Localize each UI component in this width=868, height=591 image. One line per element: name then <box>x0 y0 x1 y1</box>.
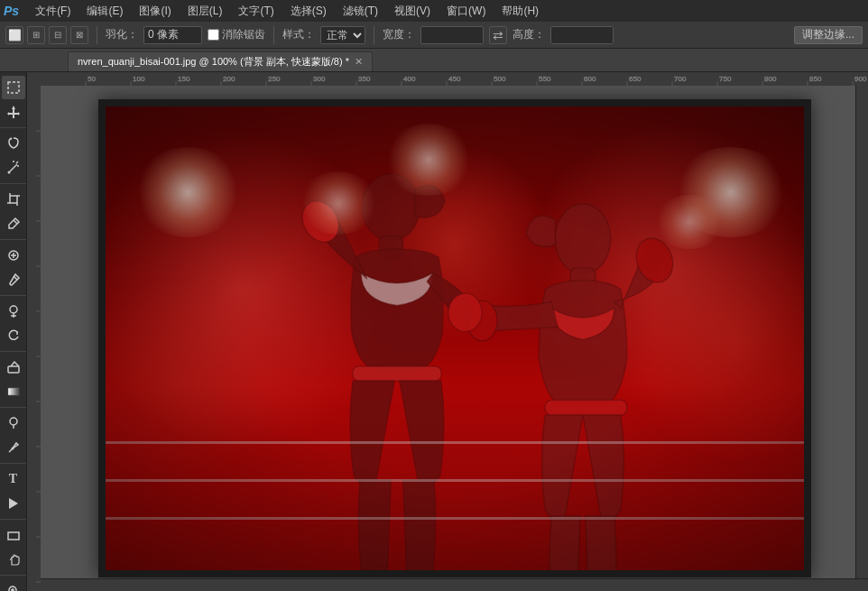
ring-rope-middle <box>98 479 811 482</box>
tone-tools-group <box>0 411 26 464</box>
spot-heal-tool[interactable] <box>2 244 25 267</box>
tab-close-icon[interactable]: ✕ <box>355 56 363 68</box>
spotlight-5 <box>298 171 379 235</box>
dodge-tool[interactable] <box>2 411 25 435</box>
shape-tool[interactable] <box>2 523 25 547</box>
separator-1 <box>97 26 97 44</box>
svg-text:650: 650 <box>629 75 642 83</box>
brush-tool[interactable] <box>2 268 25 291</box>
main-document-tab[interactable]: nvren_quanji_bisai-001.jpg @ 100% (背景 副本… <box>68 51 373 71</box>
clone-tool[interactable] <box>2 300 25 323</box>
svg-point-88 <box>466 300 496 341</box>
magic-wand-tool[interactable] <box>2 156 25 180</box>
boxer-left-silhouette <box>226 195 811 577</box>
boxing-scene <box>98 99 811 577</box>
menu-help[interactable]: 帮助(H) <box>494 2 546 21</box>
svg-point-96 <box>448 293 482 331</box>
svg-text:400: 400 <box>403 75 416 83</box>
menu-view[interactable]: 视图(V) <box>387 2 438 21</box>
swap-dimensions-icon[interactable]: ⇄ <box>489 26 507 44</box>
height-input[interactable] <box>550 26 614 44</box>
history-brush-tool[interactable] <box>2 324 25 347</box>
svg-line-16 <box>14 276 17 280</box>
toolbar: T <box>0 72 27 591</box>
crop-tools-group <box>0 188 26 240</box>
svg-rect-90 <box>545 400 627 415</box>
zoom-tools-group <box>0 579 26 591</box>
svg-text:250: 250 <box>268 75 281 83</box>
svg-text:200: 200 <box>223 75 235 83</box>
svg-point-17 <box>10 306 17 313</box>
canvas-area[interactable]: 50 100 150 200 250 300 350 400 450 500 5… <box>27 72 868 591</box>
tabs-bar: nvren_quanji_bisai-001.jpg @ 100% (背景 副本… <box>0 49 868 72</box>
antialias-group: 消除锯齿 <box>208 27 265 42</box>
red-color-overlay <box>98 99 811 577</box>
options-bar: ⬜ ⊞ ⊟ ⊠ 羽化： 消除锯齿 样式： 正常 宽度： ⇄ 高度： 调整边缘..… <box>0 22 868 49</box>
canvas-frame <box>98 99 811 577</box>
zoom-tool[interactable] <box>2 579 25 591</box>
svg-text:700: 700 <box>674 75 687 83</box>
menu-layer[interactable]: 图层(L) <box>180 2 230 21</box>
svg-rect-26 <box>8 532 19 540</box>
menu-select[interactable]: 选择(S) <box>283 2 334 21</box>
canvas-image <box>98 99 811 577</box>
menu-filter[interactable]: 滤镜(T) <box>336 2 385 21</box>
menu-window[interactable]: 窗口(W) <box>439 2 493 21</box>
svg-point-86 <box>555 204 610 274</box>
new-selection-icon[interactable]: ⬜ <box>5 26 23 44</box>
hand-tool[interactable] <box>2 548 25 571</box>
menu-image[interactable]: 图像(I) <box>132 2 178 21</box>
svg-line-12 <box>14 220 17 224</box>
canvas-content[interactable] <box>41 86 868 591</box>
eyedropper-tool[interactable] <box>2 212 25 235</box>
text-tool-icon: T <box>9 472 17 486</box>
eraser-tool[interactable] <box>2 356 25 379</box>
svg-text:350: 350 <box>358 75 371 83</box>
subtract-selection-icon[interactable]: ⊟ <box>49 26 67 44</box>
antialias-checkbox[interactable] <box>208 29 219 41</box>
svg-text:850: 850 <box>809 75 822 83</box>
svg-text:800: 800 <box>764 75 777 83</box>
feather-input[interactable] <box>143 26 202 44</box>
move-tool[interactable] <box>2 100 25 124</box>
ring-rope-bottom <box>98 517 811 520</box>
intersect-selection-icon[interactable]: ⊠ <box>70 26 88 44</box>
width-input[interactable] <box>420 26 484 44</box>
selection-tools-group <box>0 76 26 128</box>
path-select-tool[interactable] <box>2 492 25 515</box>
crop-tool[interactable] <box>2 188 25 211</box>
vertical-scrollbar[interactable] <box>855 86 868 578</box>
svg-line-6 <box>16 162 18 163</box>
svg-point-93 <box>363 173 420 240</box>
horizontal-scrollbar[interactable] <box>41 578 868 591</box>
lasso-tools-group <box>0 132 26 184</box>
text-tools-group: T <box>0 467 26 520</box>
adjust-edges-button[interactable]: 调整边缘... <box>794 26 863 44</box>
svg-point-22 <box>10 418 17 425</box>
lasso-tool[interactable] <box>2 132 25 155</box>
gradient-tool[interactable] <box>2 380 25 403</box>
style-label: 样式： <box>282 27 315 42</box>
marquee-tool[interactable] <box>2 76 25 99</box>
pen-tool[interactable] <box>2 436 25 459</box>
style-select[interactable]: 正常 <box>320 26 365 44</box>
separator-3 <box>374 26 374 44</box>
width-label: 宽度： <box>383 27 415 42</box>
menu-file[interactable]: 文件(F) <box>28 2 78 21</box>
spotlight-2 <box>383 124 474 196</box>
svg-text:50: 50 <box>88 75 96 83</box>
svg-marker-25 <box>9 498 18 509</box>
menu-text[interactable]: 文字(T) <box>231 2 281 21</box>
paint-tools-group <box>0 244 26 296</box>
antialias-label: 消除锯齿 <box>222 27 265 42</box>
tab-label: nvren_quanji_bisai-001.jpg @ 100% (背景 副本… <box>78 55 349 69</box>
add-selection-icon[interactable]: ⊞ <box>27 26 45 44</box>
text-tool[interactable]: T <box>2 467 25 491</box>
svg-rect-0 <box>8 82 19 93</box>
menu-edit[interactable]: 编辑(E) <box>79 2 130 21</box>
svg-rect-20 <box>8 366 19 373</box>
spotlight-3 <box>672 147 790 237</box>
separator-2 <box>273 26 274 44</box>
svg-marker-1 <box>7 106 20 118</box>
svg-point-24 <box>11 448 14 450</box>
